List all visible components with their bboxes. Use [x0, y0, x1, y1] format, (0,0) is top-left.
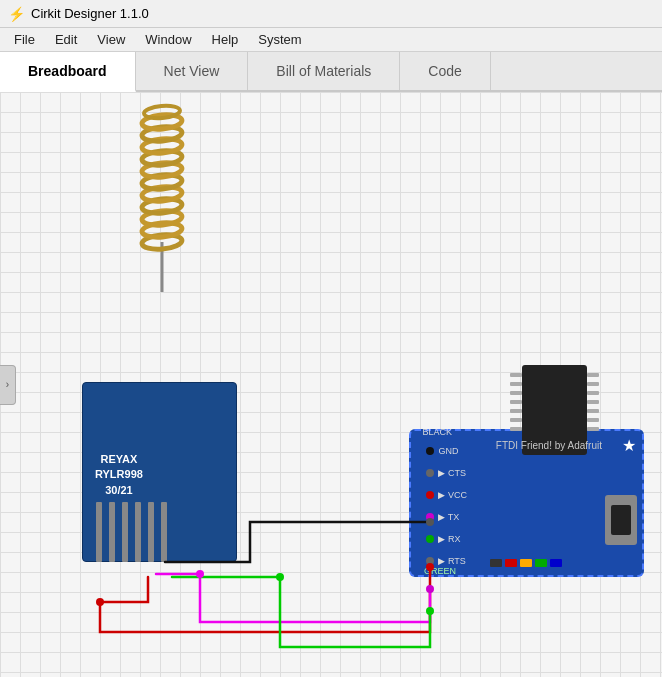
app-title: Cirkit Designer 1.1.0	[31, 6, 149, 21]
svg-point-18	[276, 573, 284, 581]
ftdi-color-bars	[490, 559, 562, 567]
reyax-pin-5	[148, 502, 154, 562]
tab-netview[interactable]: Net View	[136, 52, 249, 90]
tab-bom[interactable]: Bill of Materials	[248, 52, 400, 90]
svg-point-16	[96, 598, 104, 606]
reyax-pin-6	[161, 502, 167, 562]
svg-point-14	[426, 585, 434, 593]
app-icon: ⚡	[8, 6, 25, 22]
reyax-pin-1	[96, 502, 102, 562]
reyax-pin-4	[135, 502, 141, 562]
menu-edit[interactable]: Edit	[45, 30, 87, 49]
tab-code[interactable]: Code	[400, 52, 490, 90]
ftdi-pin-labels: GND ▶ CTS ▶ VCC ▶ TX ▶ RX ▶ RTS	[426, 440, 467, 572]
canvas-area[interactable]: ›	[0, 92, 662, 677]
menu-system[interactable]: System	[248, 30, 311, 49]
ftdi-title: FTDI Friend! by Adafruit	[496, 440, 602, 451]
reyax-pin-2	[109, 502, 115, 562]
reyax-label: REYAX RYLR998 30/21	[95, 452, 143, 498]
breadboard-canvas: ›	[0, 92, 662, 677]
reyax-pin-3	[122, 502, 128, 562]
svg-point-15	[426, 607, 434, 615]
tab-breadboard[interactable]: Breadboard	[0, 52, 136, 92]
ftdi-pin-vcc: ▶ VCC	[426, 484, 467, 506]
menu-bar: File Edit View Window Help System	[0, 28, 662, 52]
usb-connector	[605, 495, 637, 545]
ftdi-pin-rts: ▶ RTS	[426, 550, 467, 572]
menu-help[interactable]: Help	[202, 30, 249, 49]
ftdi-pin-rx: ▶ RX	[426, 528, 467, 550]
ftdi-star-icon: ★	[622, 436, 636, 455]
title-bar: ⚡ Cirkit Designer 1.1.0	[0, 0, 662, 28]
tab-bar: Breadboard Net View Bill of Materials Co…	[0, 52, 662, 92]
ftdi-black-label: BLACK	[422, 427, 452, 437]
reyax-pins	[96, 502, 167, 562]
antenna-coil	[135, 102, 190, 305]
svg-point-11	[144, 104, 181, 119]
menu-view[interactable]: View	[87, 30, 135, 49]
ftdi-pin-cts: ▶ CTS	[426, 462, 467, 484]
svg-point-17	[196, 570, 204, 578]
sidebar-collapse-button[interactable]: ›	[0, 365, 16, 405]
ftdi-pin-tx: ▶ TX	[426, 506, 467, 528]
menu-window[interactable]: Window	[135, 30, 201, 49]
menu-file[interactable]: File	[4, 30, 45, 49]
ftdi-pin-gnd: GND	[426, 440, 467, 462]
